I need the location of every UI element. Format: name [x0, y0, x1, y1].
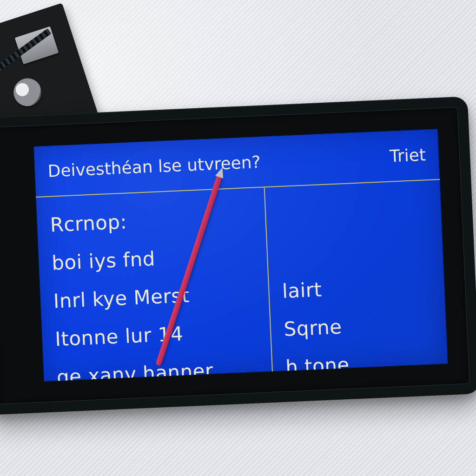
- heatsink-ridges: [0, 28, 52, 83]
- right-item-0[interactable]: lairt: [281, 266, 432, 311]
- lcd-screen: Deivesthéan lse utvreen? Triet Rcrnop: b…: [33, 129, 448, 381]
- device-bezel: Deivesthéan lse utvreen? Triet Rcrnop: b…: [0, 107, 470, 404]
- menu-columns: Rcrnop: boi iys fnd Inrl kye Merst Itonn…: [36, 180, 448, 382]
- title-left-text: Deivesthéan lse utvreen?: [47, 152, 261, 180]
- title-right-text: Triet: [389, 145, 426, 165]
- left-column: Rcrnop: boi iys fnd Inrl kye Merst Itonn…: [36, 187, 273, 381]
- right-column: lairt Sqrne h tone: [264, 180, 448, 372]
- right-item-1[interactable]: Sqrne: [283, 304, 434, 349]
- right-item-2[interactable]: h tone: [285, 342, 436, 382]
- handheld-device: Deivesthéan lse utvreen? Triet Rcrnop: b…: [0, 96, 476, 415]
